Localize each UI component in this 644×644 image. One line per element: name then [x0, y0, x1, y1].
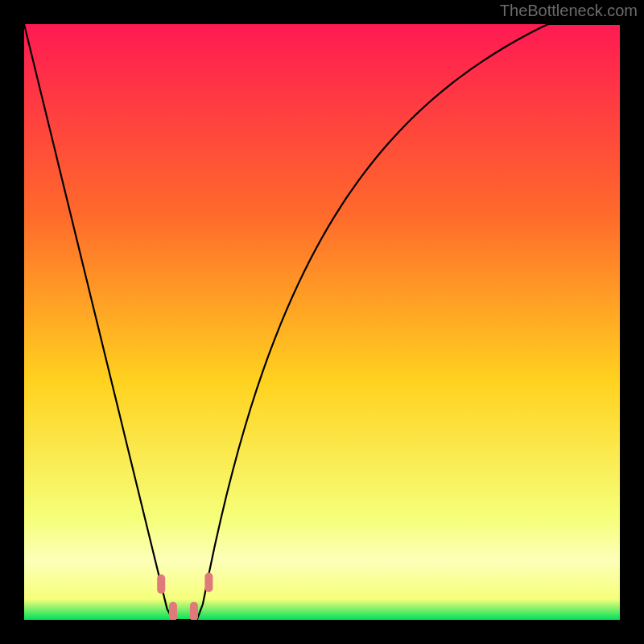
right-ascending-marker — [204, 572, 213, 592]
right-bottom-marker — [190, 602, 198, 620]
watermark-text: TheBottleneck.com — [500, 2, 638, 20]
left-descending-marker — [157, 575, 165, 594]
bottleneck-plot — [24, 24, 620, 620]
plot-background — [24, 24, 620, 620]
left-bottom-marker — [169, 602, 177, 620]
chart-frame: TheBottleneck.com — [0, 0, 644, 644]
